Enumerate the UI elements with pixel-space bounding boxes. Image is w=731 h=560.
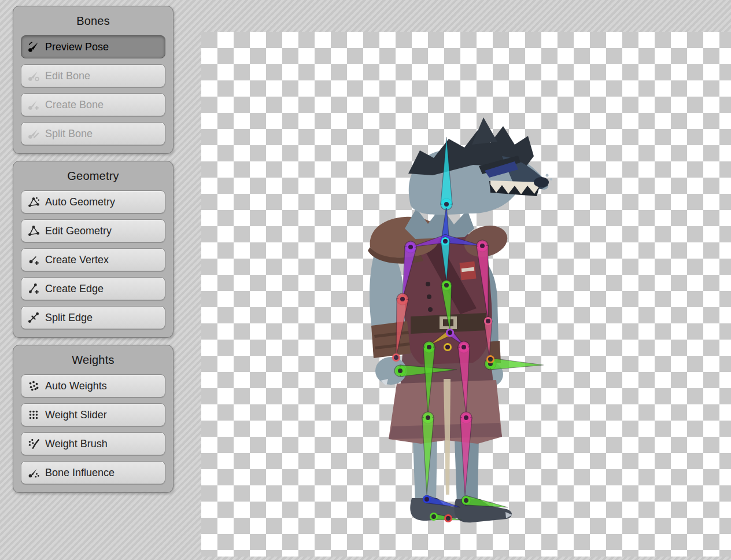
tool-sidebar: Bones Preview Pose Edit Bone Create Bone xyxy=(13,6,173,493)
create-bone-icon xyxy=(27,98,40,111)
bone-joint[interactable] xyxy=(400,296,406,303)
bone-joint[interactable] xyxy=(444,282,450,289)
bone-joint[interactable] xyxy=(426,344,433,351)
bone-joint[interactable] xyxy=(445,344,451,351)
character-sprite xyxy=(368,117,552,522)
bone[interactable] xyxy=(490,358,544,370)
split-edge-button[interactable]: Split Edge xyxy=(21,306,165,329)
weight-slider-button[interactable]: Weight Slider xyxy=(21,403,165,426)
bone-joint[interactable] xyxy=(479,243,486,249)
preview-pose-icon xyxy=(27,40,40,53)
bone-joint[interactable] xyxy=(397,368,404,374)
edit-bone-button[interactable]: Edit Bone xyxy=(21,64,165,87)
create-edge-icon xyxy=(27,282,40,295)
weight-slider-label: Weight Slider xyxy=(45,409,159,421)
panel-bones: Bones Preview Pose Edit Bone Create Bone xyxy=(13,6,173,154)
create-bone-label: Create Bone xyxy=(45,99,159,111)
create-edge-label: Create Edge xyxy=(45,283,159,295)
bone-joint[interactable] xyxy=(408,244,414,250)
bone-influence-icon xyxy=(27,466,40,479)
bone-joint[interactable] xyxy=(425,415,431,421)
bone-joint[interactable] xyxy=(431,514,437,520)
bone-joint[interactable] xyxy=(444,201,450,208)
panel-geometry: Geometry Auto Geometry Edit Geometry Cre… xyxy=(13,161,173,338)
auto-geometry-icon xyxy=(27,196,40,208)
panel-weights: Weights Auto Weights Weight Slider Weigh… xyxy=(13,345,173,493)
split-bone-button[interactable]: Split Bone xyxy=(21,122,165,145)
skinning-editor-window: Bones Preview Pose Edit Bone Create Bone xyxy=(0,0,731,560)
edit-bone-icon xyxy=(27,69,40,82)
bone-joint[interactable] xyxy=(447,330,453,336)
auto-geometry-button[interactable]: Auto Geometry xyxy=(21,190,165,213)
create-vertex-button[interactable]: Create Vertex xyxy=(21,248,165,271)
preview-pose-button[interactable]: Preview Pose xyxy=(21,35,165,58)
bone-joint[interactable] xyxy=(442,238,449,245)
edit-geometry-label: Edit Geometry xyxy=(45,225,159,237)
create-bone-button[interactable]: Create Bone xyxy=(21,93,165,116)
bone-joint[interactable] xyxy=(488,356,494,363)
auto-geometry-label: Auto Geometry xyxy=(45,196,159,208)
edit-geometry-button[interactable]: Edit Geometry xyxy=(21,219,165,242)
edit-bone-label: Edit Bone xyxy=(45,70,159,82)
create-vertex-label: Create Vertex xyxy=(45,254,159,266)
weight-brush-label: Weight Brush xyxy=(45,438,159,450)
preview-pose-label: Preview Pose xyxy=(45,41,159,53)
create-vertex-icon xyxy=(27,253,40,266)
panel-weights-title: Weights xyxy=(21,353,165,367)
bone[interactable] xyxy=(466,496,508,507)
auto-weights-label: Auto Weights xyxy=(45,380,159,392)
bone-joint[interactable] xyxy=(463,498,470,504)
split-edge-label: Split Edge xyxy=(45,312,159,324)
canvas-svg xyxy=(201,32,731,557)
bone-influence-label: Bone Influence xyxy=(45,467,159,479)
split-bone-label: Split Bone xyxy=(45,128,159,140)
auto-weights-icon xyxy=(27,380,40,392)
sprite-canvas[interactable] xyxy=(201,32,731,557)
bone-joint[interactable] xyxy=(445,515,452,522)
split-edge-icon xyxy=(27,311,40,324)
create-edge-button[interactable]: Create Edge xyxy=(21,277,165,300)
split-bone-icon xyxy=(27,127,40,140)
auto-weights-button[interactable]: Auto Weights xyxy=(21,374,165,397)
bone-joint[interactable] xyxy=(485,318,492,325)
bone-influence-button[interactable]: Bone Influence xyxy=(21,461,165,484)
panel-bones-title: Bones xyxy=(21,14,165,28)
weight-brush-button[interactable]: Weight Brush xyxy=(21,432,165,455)
bone-joint[interactable] xyxy=(424,496,430,503)
panel-geometry-title: Geometry xyxy=(21,170,165,183)
bone-joint[interactable] xyxy=(463,415,470,421)
weight-brush-icon xyxy=(27,437,40,450)
bone-joint[interactable] xyxy=(461,344,467,351)
edit-geometry-icon xyxy=(27,224,40,237)
weight-slider-icon xyxy=(27,408,40,421)
bone-joint[interactable] xyxy=(393,355,400,361)
